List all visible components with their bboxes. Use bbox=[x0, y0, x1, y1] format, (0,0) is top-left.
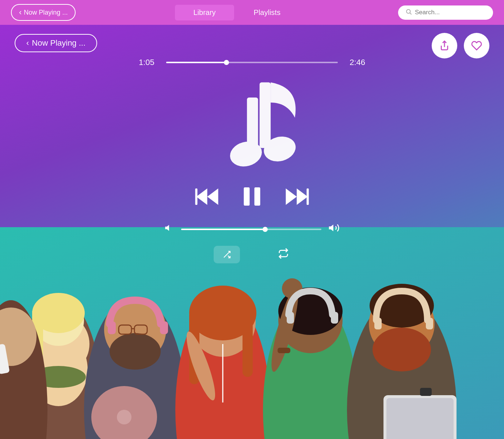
top-navigation: ‹ Now Playing ... Library Playlists bbox=[0, 0, 504, 25]
main-player-area: ‹ Now Playing ... 1:05 2:46 bbox=[0, 25, 504, 439]
svg-point-55 bbox=[227, 138, 265, 170]
tab-playlists[interactable]: Playlists bbox=[236, 5, 299, 20]
progress-fill bbox=[166, 62, 226, 63]
volume-track[interactable] bbox=[181, 229, 321, 230]
search-bar bbox=[398, 5, 493, 20]
svg-marker-61 bbox=[297, 188, 308, 205]
search-icon bbox=[405, 8, 412, 17]
svg-line-1 bbox=[410, 13, 411, 14]
share-icon bbox=[439, 40, 450, 51]
chevron-left-icon: ‹ bbox=[26, 38, 29, 48]
svg-marker-62 bbox=[286, 188, 297, 205]
volume-high-icon bbox=[328, 222, 340, 236]
extra-controls: shuffle repeat bbox=[214, 246, 290, 263]
svg-rect-58 bbox=[195, 188, 198, 205]
music-note-icon bbox=[201, 72, 303, 178]
shuffle-button[interactable]: shuffle bbox=[214, 246, 240, 263]
nav-tabs: Library Playlists bbox=[175, 5, 299, 20]
volume-fill bbox=[181, 229, 265, 230]
heart-icon bbox=[471, 40, 482, 51]
svg-rect-60 bbox=[255, 187, 260, 206]
svg-point-0 bbox=[406, 9, 411, 14]
progress-bar-area: 1:05 2:46 bbox=[139, 58, 365, 67]
progress-track[interactable] bbox=[166, 62, 338, 63]
music-note-area bbox=[201, 72, 303, 180]
mute-icon bbox=[164, 223, 175, 236]
share-button[interactable] bbox=[432, 33, 457, 58]
time-current: 1:05 bbox=[139, 58, 159, 67]
player-overlay: ‹ Now Playing ... 1:05 2:46 bbox=[0, 25, 504, 439]
pause-icon bbox=[242, 186, 262, 207]
rewind-icon bbox=[195, 187, 220, 207]
search-input[interactable] bbox=[415, 9, 486, 16]
pause-button[interactable] bbox=[242, 186, 262, 207]
svg-marker-57 bbox=[207, 188, 218, 205]
fast-forward-icon bbox=[284, 187, 310, 207]
rewind-button[interactable] bbox=[195, 187, 220, 207]
now-playing-button[interactable]: ‹ Now Playing ... bbox=[15, 34, 97, 52]
repeat-button[interactable]: repeat bbox=[276, 248, 290, 262]
nav-back-button[interactable]: ‹ Now Playing ... bbox=[11, 4, 76, 21]
chevron-left-icon: ‹ bbox=[19, 8, 22, 17]
like-button[interactable] bbox=[464, 33, 489, 58]
svg-rect-59 bbox=[244, 187, 250, 206]
action-buttons bbox=[432, 33, 489, 58]
svg-marker-56 bbox=[196, 188, 207, 205]
volume-area bbox=[164, 222, 340, 236]
repeat-icon bbox=[276, 248, 290, 259]
svg-rect-63 bbox=[307, 188, 309, 205]
playback-controls bbox=[195, 186, 310, 207]
progress-thumb bbox=[224, 60, 229, 65]
svg-marker-64 bbox=[165, 225, 169, 231]
svg-rect-52 bbox=[260, 83, 271, 148]
svg-marker-65 bbox=[329, 225, 333, 232]
shuffle-icon bbox=[222, 250, 232, 259]
tab-library[interactable]: Library bbox=[175, 5, 234, 20]
fast-forward-button[interactable] bbox=[284, 187, 310, 207]
volume-thumb bbox=[263, 227, 268, 232]
time-total: 2:46 bbox=[345, 58, 365, 67]
nav-back-label: Now Playing ... bbox=[24, 9, 68, 16]
now-playing-label: Now Playing ... bbox=[32, 38, 85, 48]
